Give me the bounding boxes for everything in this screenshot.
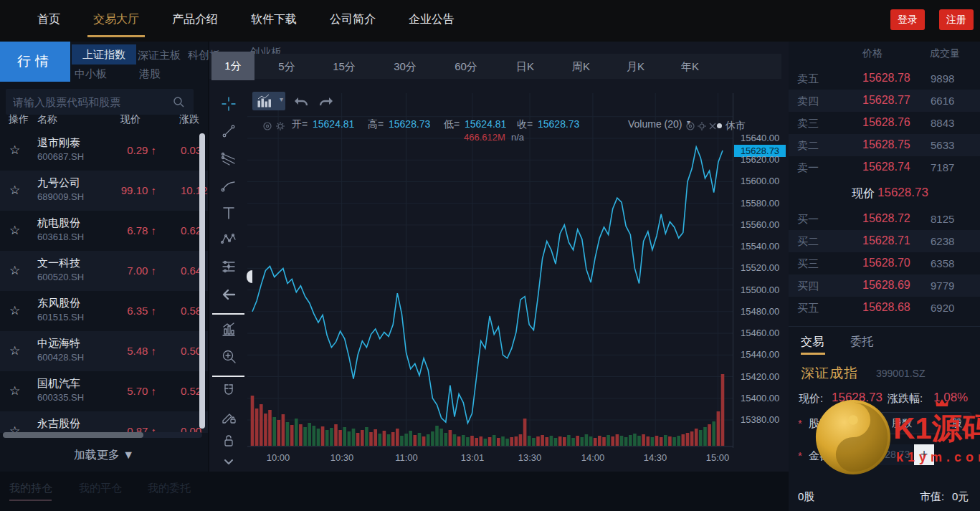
panel-collapse-handle[interactable] [247,270,252,283]
nav-item-4[interactable]: 公司简介 [330,0,376,42]
crosshair-icon[interactable] [220,95,237,113]
undo-icon[interactable] [292,92,310,110]
nav-item-1[interactable]: 交易大厅 [93,0,139,42]
qty-select[interactable]: ∨ 股数 股 [844,412,971,434]
my-tab-1[interactable]: 我的平仓 [79,482,122,495]
load-more-button[interactable]: 加载更多 ▼ [0,439,208,472]
search-icon[interactable] [172,95,185,111]
favorite-star-icon[interactable]: ☆ [9,383,20,398]
gann-fib-icon[interactable] [220,150,237,167]
favorite-star-icon[interactable]: ☆ [9,223,20,238]
stock-row[interactable]: ☆永吉股份0.87 ↑0.00 [0,411,208,433]
time-tick-label[interactable]: 11:00 [391,452,422,463]
favorite-star-icon[interactable]: ☆ [9,343,20,358]
stock-row[interactable]: ☆杭电股份603618.SH6.78 ↑0.62 [0,211,208,251]
redo-icon[interactable] [317,92,336,110]
stock-row[interactable]: ☆东风股份601515.SH6.35 ↑0.58 [0,291,208,331]
volume-bar [404,434,408,446]
tab-orders[interactable]: 委托 [850,335,873,350]
favorite-star-icon[interactable]: ☆ [9,303,20,318]
change-value: 1.08% [933,391,968,405]
source-toggle-icon[interactable] [262,121,272,131]
ob-level-label: 卖一 [797,161,819,175]
price-chart[interactable] [247,93,733,448]
time-tick-label[interactable]: 10:30 [326,452,358,463]
indicator-gear-icon[interactable] [697,121,707,131]
stock-row[interactable]: ☆文一科技600520.SH7.00 ↑0.64 [0,251,208,291]
favorite-star-icon[interactable]: ☆ [9,263,20,278]
collapse-chevron-icon[interactable] [220,453,237,470]
stock-name: 九号公司 [37,176,80,190]
time-axis[interactable]: 10:0010:3011:0013:0113:3014:0014:3015:00 [247,451,733,465]
price-tick-label: 15600.00 [741,176,779,186]
time-tick-label[interactable]: 13:01 [457,452,488,463]
lock-icon[interactable] [220,432,237,449]
board-tab-4[interactable]: 中小板 [75,67,118,82]
period-tab-15分[interactable]: 15分 [323,54,366,79]
period-tab-60分[interactable]: 60分 [444,54,487,79]
time-tick-label[interactable]: 14:30 [639,452,671,463]
stock-row[interactable]: ☆中远海特600428.SH5.48 ↑0.50 [0,331,208,371]
indicator-icon[interactable] [220,321,237,338]
volume-na: n/a [511,132,524,143]
chart-type-button[interactable]: ▾ [252,92,285,110]
current-price-value: 15628.73 [877,186,928,200]
volume-bar [686,433,690,446]
period-tab-年K[interactable]: 年K [674,54,706,79]
stock-search-input[interactable] [13,89,163,115]
chevron-down-icon: ▾ [280,95,283,103]
trade-tabs: 交易 委托 [789,326,980,356]
period-tab-日K[interactable]: 日K [509,54,541,79]
trendline-icon[interactable] [220,123,237,140]
nav-item-0[interactable]: 首页 [37,0,60,42]
active-dim-tab-underline [9,500,52,501]
draw-lock-icon[interactable] [220,409,237,426]
favorite-star-icon[interactable]: ☆ [9,183,20,198]
magnet-icon[interactable] [220,382,237,399]
price-tick-label: 15560.00 [741,219,779,230]
horizontal-scrollbar-thumb[interactable] [3,432,143,438]
indicator-eye-icon[interactable] [685,121,695,131]
settings-gear-icon[interactable] [275,121,285,131]
favorite-star-icon[interactable]: ☆ [9,143,20,158]
period-tab-5分[interactable]: 5分 [269,54,305,79]
stock-row[interactable]: ☆九号公司689009.SH99.10 ↑10.12 [0,171,208,211]
register-button[interactable]: 注册 [939,9,974,30]
time-tick-label[interactable]: 10:00 [262,452,294,463]
price-tick-label: 15440.00 [741,349,779,360]
brush-icon[interactable] [220,177,237,194]
login-button[interactable]: 登录 [890,9,925,30]
time-tick-label[interactable]: 13:30 [514,452,546,463]
time-tick-label[interactable]: 15:00 [702,452,733,463]
my-tab-0[interactable]: 我的持仓 [9,482,52,495]
period-tab-30分[interactable]: 30分 [384,54,427,79]
nav-item-3[interactable]: 软件下载 [251,0,297,42]
period-tab-1分[interactable]: 1分 [211,52,254,80]
tab-trade[interactable]: 交易 [801,335,824,350]
period-tab-月K[interactable]: 月K [619,54,652,79]
back-arrow-icon[interactable] [220,286,237,303]
board-tab-5[interactable]: 港股 [139,67,168,82]
amount-plus-button[interactable]: + [914,444,934,465]
amount-input[interactable]: 15628.73 [865,444,913,465]
tab-quotes[interactable]: 行情 [0,42,70,82]
board-tab-1[interactable]: 深证主板 [138,49,186,63]
board-tab-0[interactable]: 上证指数 [72,44,136,65]
stock-row[interactable]: ☆退市刚泰600687.SH0.29 ↑0.03 [0,130,208,171]
forecast-tool-icon[interactable] [220,258,237,275]
volume-bar [435,426,439,446]
time-tick-label[interactable]: 14:00 [577,452,609,463]
stock-name: 永吉股份 [37,417,80,431]
my-tab-2[interactable]: 我的委托 [148,482,191,495]
pattern-tool-icon[interactable] [220,231,237,248]
price-axis[interactable]: 15628.73 15380.0015400.0015420.0015440.0… [733,93,789,448]
indicator-close-icon[interactable] [708,121,718,131]
nav-item-2[interactable]: 产品介绍 [172,0,218,42]
amount-minus-button[interactable]: − [844,444,864,465]
nav-item-5[interactable]: 企业公告 [409,0,455,42]
zoom-in-icon[interactable] [220,348,237,365]
period-tab-周K[interactable]: 周K [565,54,597,79]
text-tool-icon[interactable] [220,204,237,221]
vertical-scrollbar[interactable] [199,133,205,429]
stock-row[interactable]: ☆国机汽车600335.SH5.70 ↑0.52 [0,371,208,411]
